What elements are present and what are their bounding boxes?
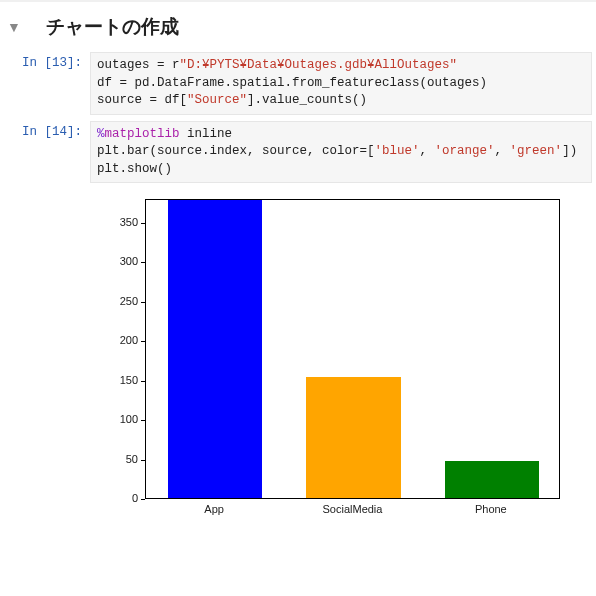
ytick-mark xyxy=(141,302,145,303)
code-magic: matplotlib xyxy=(105,127,180,141)
code-text: outages = r xyxy=(97,58,180,72)
cell-prompt: In [13]: xyxy=(0,52,90,115)
collapse-icon[interactable]: ▼ xyxy=(6,19,22,35)
code-string: 'green' xyxy=(510,144,563,158)
xtick-label: Phone xyxy=(444,503,538,515)
code-magic: % xyxy=(97,127,105,141)
toolbar-separator xyxy=(0,0,596,2)
code-string: 'orange' xyxy=(435,144,495,158)
code-text: plt.show() xyxy=(97,162,172,176)
code-input[interactable]: %matplotlib inline plt.bar(source.index,… xyxy=(90,121,592,184)
ytick-label: 250 xyxy=(90,295,138,307)
ytick-label: 350 xyxy=(90,216,138,228)
xtick-label: App xyxy=(167,503,261,515)
ytick-mark xyxy=(141,262,145,263)
ytick-mark xyxy=(141,499,145,500)
ytick-label: 100 xyxy=(90,413,138,425)
bar xyxy=(306,377,400,498)
code-text: ]) xyxy=(562,144,577,158)
ytick-mark xyxy=(141,420,145,421)
ytick-mark xyxy=(141,223,145,224)
section-header: ▼ チャートの作成 xyxy=(0,6,596,52)
code-text: ].value_counts() xyxy=(247,93,367,107)
code-input[interactable]: outages = r"D:¥PYTS¥Data¥Outages.gdb¥All… xyxy=(90,52,592,115)
bar xyxy=(168,200,262,498)
code-cell: In [14]: %matplotlib inline plt.bar(sour… xyxy=(0,121,596,184)
code-cell: In [13]: outages = r"D:¥PYTS¥Data¥Outage… xyxy=(0,52,596,115)
code-string: "D:¥PYTS¥Data¥Outages.gdb¥AllOutages" xyxy=(180,58,458,72)
bar-chart: 050100150200250300350 AppSocialMediaPhon… xyxy=(90,191,570,521)
code-string: 'blue' xyxy=(375,144,420,158)
ytick-label: 0 xyxy=(90,492,138,504)
code-text: , xyxy=(420,144,435,158)
ytick-mark xyxy=(141,341,145,342)
code-string: "Source" xyxy=(187,93,247,107)
ytick-label: 200 xyxy=(90,334,138,346)
code-text: , xyxy=(495,144,510,158)
code-text: df = pd.DataFrame.spatial.from_featurecl… xyxy=(97,76,487,90)
chart-output: 050100150200250300350 AppSocialMediaPhon… xyxy=(90,191,596,521)
code-text: plt.bar(source.index, source, color=[ xyxy=(97,144,375,158)
ytick-label: 50 xyxy=(90,453,138,465)
ytick-label: 300 xyxy=(90,255,138,267)
ytick-mark xyxy=(141,460,145,461)
code-text: source = df[ xyxy=(97,93,187,107)
cell-prompt: In [14]: xyxy=(0,121,90,184)
code-text: inline xyxy=(180,127,233,141)
ytick-label: 150 xyxy=(90,374,138,386)
section-title: チャートの作成 xyxy=(46,14,179,40)
bar xyxy=(445,461,539,498)
plot-axes xyxy=(145,199,560,499)
xtick-label: SocialMedia xyxy=(305,503,399,515)
ytick-mark xyxy=(141,381,145,382)
